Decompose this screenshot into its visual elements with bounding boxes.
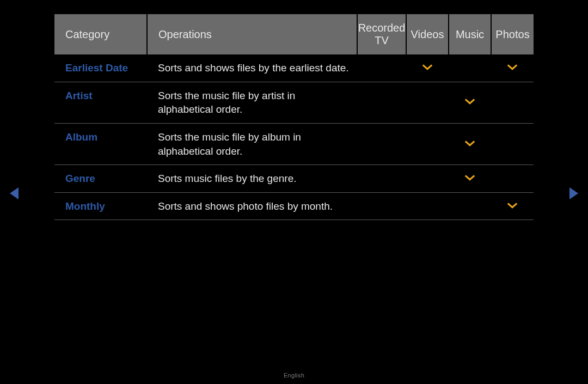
chevron-down-icon [464, 173, 476, 182]
row-category: Album [54, 123, 147, 164]
sort-options-table-wrap: Category Operations Recorded TV Videos M… [54, 14, 534, 220]
row-mark-videos [406, 123, 449, 164]
manual-page: Category Operations Recorded TV Videos M… [0, 0, 588, 384]
table-row: MonthlySorts and shows photo files by mo… [54, 192, 534, 220]
header-category: Category [54, 14, 147, 54]
row-mark-recorded-tv [357, 165, 406, 193]
row-operation: Sorts the music file by album in alphabe… [147, 123, 357, 164]
chevron-down-icon [464, 139, 476, 148]
row-mark-music [449, 54, 491, 82]
row-mark-videos [406, 54, 449, 82]
header-photos: Photos [491, 14, 534, 54]
row-category: Monthly [54, 192, 147, 220]
chevron-down-icon [506, 63, 518, 71]
row-mark-photos [491, 123, 534, 164]
header-videos: Videos [406, 14, 449, 54]
row-mark-photos [491, 192, 534, 220]
row-mark-music [449, 82, 491, 123]
header-recorded-tv: Recorded TV [357, 14, 406, 54]
row-category: Artist [54, 82, 147, 123]
row-mark-music [449, 123, 491, 164]
row-category: Earliest Date [54, 54, 147, 82]
row-operation: Sorts and shows files by the earliest da… [147, 54, 357, 82]
row-category: Genre [54, 165, 147, 193]
table-header-row: Category Operations Recorded TV Videos M… [54, 14, 534, 54]
row-mark-photos [491, 82, 534, 123]
row-mark-music [449, 192, 491, 220]
row-mark-recorded-tv [357, 192, 406, 220]
chevron-down-icon [464, 97, 476, 106]
row-operation: Sorts and shows photo files by month. [147, 192, 357, 220]
row-operation: Sorts the music file by artist in alphab… [147, 82, 357, 123]
header-operations: Operations [147, 14, 357, 54]
row-mark-recorded-tv [357, 123, 406, 164]
chevron-down-icon [421, 63, 433, 71]
sort-options-table: Category Operations Recorded TV Videos M… [54, 14, 534, 220]
table-row: ArtistSorts the music file by artist in … [54, 82, 534, 123]
row-mark-recorded-tv [357, 54, 406, 82]
header-music: Music [449, 14, 491, 54]
row-mark-videos [406, 192, 449, 220]
row-mark-videos [406, 82, 449, 123]
table-row: Earliest DateSorts and shows files by th… [54, 54, 534, 82]
prev-page-arrow[interactable] [10, 187, 19, 199]
row-mark-photos [491, 54, 534, 82]
next-page-arrow[interactable] [569, 187, 578, 199]
table-row: AlbumSorts the music file by album in al… [54, 123, 534, 164]
chevron-down-icon [506, 201, 518, 210]
row-mark-recorded-tv [357, 82, 406, 123]
row-mark-music [449, 165, 491, 193]
row-mark-videos [406, 165, 449, 193]
table-row: GenreSorts music files by the genre. [54, 165, 534, 193]
row-mark-photos [491, 165, 534, 193]
row-operation: Sorts music files by the genre. [147, 165, 357, 193]
footer-language: English [0, 372, 588, 379]
